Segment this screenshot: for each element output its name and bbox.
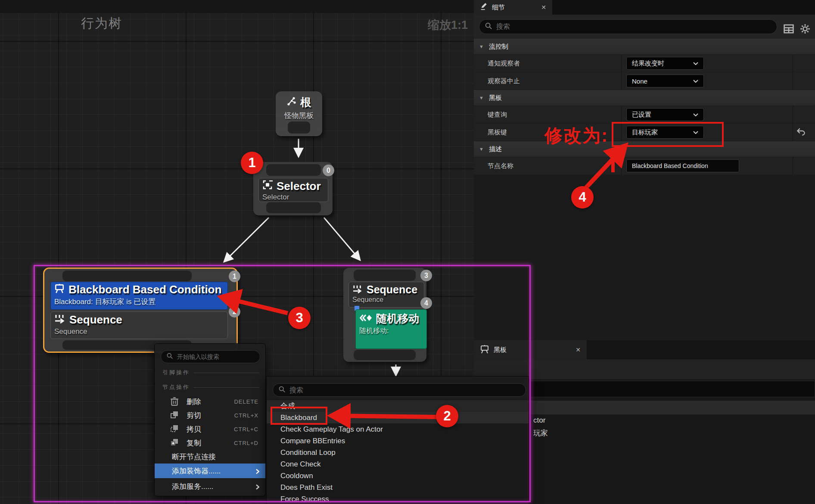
root-node-output-pin[interactable] <box>288 121 310 134</box>
section-flow-control[interactable]: ▼ 流控制 <box>474 39 815 54</box>
observer-aborts-dropdown[interactable]: None <box>626 75 704 87</box>
collapse-triangle-icon: ▼ <box>479 146 484 152</box>
graph-watermark: 行为树 <box>81 15 122 32</box>
chevron-down-icon <box>693 62 698 65</box>
pencil-icon <box>480 3 488 12</box>
details-tabbar: 细节 ✕ <box>474 0 815 15</box>
node-selector[interactable]: 0 Selector Selector <box>253 162 333 215</box>
details-search-input[interactable] <box>496 23 771 31</box>
row-key-query: 键查询 已设置 <box>474 106 815 123</box>
graph-top-strip <box>0 0 474 13</box>
gear-icon[interactable] <box>799 23 811 34</box>
selector-output-pin[interactable] <box>266 202 321 213</box>
row-node-name: 节点名称 <box>474 157 815 174</box>
root-node-subtitle: 怪物黑板 <box>276 111 322 121</box>
step-1-badge: 1 <box>241 152 263 174</box>
zoom-level-label: 缩放1:1 <box>428 17 468 33</box>
node-name-field[interactable] <box>626 159 739 172</box>
section-blackboard[interactable]: ▼ 黑板 <box>474 90 815 106</box>
blackboard-entry[interactable]: 玩家 <box>533 428 548 438</box>
step-3-badge: 3 <box>288 307 311 329</box>
selector-order-badge: 0 <box>323 165 334 176</box>
selector-input-pin[interactable] <box>266 164 321 176</box>
tab-details[interactable]: 细节 ✕ <box>474 0 552 15</box>
step-4-badge: 4 <box>571 186 594 208</box>
selector-icon <box>262 180 273 193</box>
blackboard-search-bar[interactable] <box>482 381 815 397</box>
reset-to-default-icon[interactable] <box>796 128 806 136</box>
root-node-icon <box>287 96 296 109</box>
table-grid-icon[interactable] <box>783 23 794 34</box>
details-tab-title: 细节 <box>492 3 505 12</box>
selector-title: Selector <box>277 180 321 193</box>
collapse-triangle-icon: ▼ <box>479 44 484 49</box>
node-root[interactable]: 根 怪物黑板 <box>276 91 322 136</box>
selector-subtitle: Selector <box>262 193 324 202</box>
search-icon <box>485 22 492 31</box>
details-search-row <box>474 15 815 39</box>
row-notify-observer: 通知观察者 结果改变时 <box>474 55 815 72</box>
collapse-triangle-icon: ▼ <box>479 95 484 100</box>
highlight-rect-blackboard-key <box>612 122 724 147</box>
close-icon[interactable]: ✕ <box>541 4 546 11</box>
tutorial-highlight-rect <box>34 265 531 502</box>
close-icon[interactable]: ✕ <box>575 346 581 353</box>
behavior-tree-editor: 行为树 缩放1:1 根 怪物黑板 0 Select <box>0 0 815 504</box>
notify-observer-dropdown[interactable]: 结果改变时 <box>626 57 704 70</box>
root-node-title: 根 <box>300 95 311 109</box>
chevron-down-icon <box>693 80 698 83</box>
row-observer-aborts: 观察器中止 None <box>474 72 815 90</box>
modify-to-label: 修改为: <box>503 124 608 148</box>
details-search-box[interactable] <box>479 19 777 34</box>
blackboard-entry[interactable]: ctor <box>533 416 545 425</box>
step-2-badge: 2 <box>436 405 458 427</box>
key-query-dropdown[interactable]: 已设置 <box>626 108 704 121</box>
highlight-rect-blackboard-item <box>271 407 327 425</box>
chevron-down-icon <box>693 113 698 116</box>
